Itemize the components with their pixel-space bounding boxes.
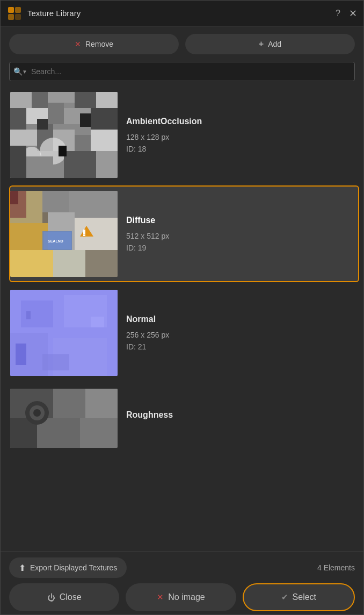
svg-rect-56 xyxy=(42,354,69,370)
export-button[interactable]: ⬆ Export Displayed Textures xyxy=(9,557,127,578)
texture-thumb-normal xyxy=(10,290,118,376)
texture-list: AmbientOcclusion 128 x 128 px ID: 18 xyxy=(1,87,363,552)
texture-id-diffuse: ID: 19 xyxy=(126,244,345,252)
texture-info-normal: Normal 256 x 256 px ID: 21 xyxy=(118,308,354,357)
svg-rect-10 xyxy=(10,108,26,130)
bottom-bar: ⬆ Export Displayed Textures 4 Elements ⏻… xyxy=(1,552,363,614)
svg-rect-34 xyxy=(10,223,48,250)
close-button[interactable]: ⏻ Close xyxy=(9,583,119,611)
texture-name-roughness: Roughness xyxy=(126,410,345,420)
svg-rect-2 xyxy=(8,14,14,20)
svg-rect-7 xyxy=(48,92,75,103)
texture-info-ambient: AmbientOcclusion 128 x 128 px ID: 18 xyxy=(118,110,354,160)
svg-rect-29 xyxy=(59,146,67,156)
texture-dims-ambient: 128 x 128 px xyxy=(126,133,345,141)
texture-thumb-diffuse: SEALND xyxy=(10,191,118,277)
remove-button[interactable]: ✕ Remove xyxy=(9,34,179,54)
noimage-button[interactable]: ✕ No image xyxy=(126,583,236,611)
power-icon: ⏻ xyxy=(47,593,55,602)
svg-rect-26 xyxy=(96,151,118,178)
texture-id-normal: ID: 21 xyxy=(126,342,345,351)
svg-rect-50 xyxy=(21,301,53,327)
add-label: Add xyxy=(268,40,281,48)
checkmark-icon: ✔ xyxy=(281,592,288,602)
texture-name-ambient: AmbientOcclusion xyxy=(126,117,345,126)
bottom-row2: ⏻ Close ✕ No image ✔ Select xyxy=(9,583,355,611)
svg-rect-32 xyxy=(42,191,69,212)
texture-item-diffuse[interactable]: SEALND Diffuse 512 x 512 px ID: 19 xyxy=(9,185,359,282)
svg-rect-19 xyxy=(91,130,118,151)
texture-item-normal[interactable]: Normal 256 x 256 px ID: 21 xyxy=(9,284,359,381)
bottom-row1: ⬆ Export Displayed Textures 4 Elements xyxy=(9,557,355,578)
noimage-icon: ✕ xyxy=(157,592,164,602)
svg-rect-6 xyxy=(32,92,48,108)
svg-rect-54 xyxy=(26,311,31,319)
svg-rect-12 xyxy=(48,103,64,124)
svg-rect-27 xyxy=(37,119,48,130)
svg-rect-36 xyxy=(75,218,118,250)
svg-rect-57 xyxy=(16,344,26,365)
svg-point-67 xyxy=(33,409,41,417)
export-icon: ⬆ xyxy=(19,563,26,573)
texture-dims-diffuse: 512 x 512 px xyxy=(126,232,345,240)
noimage-label: No image xyxy=(168,592,205,602)
svg-rect-3 xyxy=(15,14,21,20)
texture-thumb-ambient xyxy=(10,92,118,178)
svg-rect-39 xyxy=(85,250,118,277)
close-window-button[interactable]: ✕ xyxy=(349,8,357,19)
svg-rect-15 xyxy=(10,130,37,146)
svg-rect-25 xyxy=(64,151,96,178)
toolbar: ✕ Remove + Add xyxy=(1,26,363,60)
help-button[interactable]: ? xyxy=(336,9,340,18)
svg-rect-33 xyxy=(69,191,118,218)
elements-count: 4 Elements xyxy=(317,563,355,572)
texture-item-ambient[interactable]: AmbientOcclusion 128 x 128 px ID: 18 xyxy=(9,87,359,183)
svg-text:SEALND: SEALND xyxy=(48,239,63,243)
svg-rect-9 xyxy=(96,92,118,108)
search-icon: 🔍 xyxy=(13,67,23,76)
app-logo xyxy=(7,6,22,21)
svg-rect-28 xyxy=(80,113,91,127)
remove-icon: ✕ xyxy=(75,40,81,48)
svg-rect-64 xyxy=(80,418,118,448)
texture-id-ambient: ID: 18 xyxy=(126,145,345,153)
svg-rect-18 xyxy=(75,135,91,151)
select-button[interactable]: ✔ Select xyxy=(243,583,355,611)
texture-library-window: Texture Library ? ✕ ✕ Remove + Add 🔍 ▼ xyxy=(0,0,364,615)
add-icon: + xyxy=(259,39,264,49)
window-title: Texture Library xyxy=(27,9,336,18)
svg-rect-55 xyxy=(91,317,104,327)
svg-rect-37 xyxy=(10,250,53,277)
search-bar: 🔍 ▼ xyxy=(9,62,355,81)
texture-dims-normal: 256 x 256 px xyxy=(126,331,345,339)
texture-thumb-roughness xyxy=(10,389,118,448)
close-label: Close xyxy=(60,592,82,602)
svg-rect-24 xyxy=(26,156,53,178)
texture-info-diffuse: Diffuse 512 x 512 px ID: 19 xyxy=(118,209,354,259)
texture-item-roughness[interactable]: Roughness xyxy=(9,383,359,453)
svg-rect-61 xyxy=(85,389,118,418)
search-dropdown-icon: ▼ xyxy=(22,69,27,75)
svg-rect-5 xyxy=(10,92,32,108)
titlebar: Texture Library ? ✕ xyxy=(1,1,363,26)
texture-name-diffuse: Diffuse xyxy=(126,216,345,225)
add-button[interactable]: + Add xyxy=(185,34,355,54)
svg-rect-1 xyxy=(15,7,21,13)
svg-rect-23 xyxy=(10,146,26,178)
svg-rect-45 xyxy=(83,234,85,236)
search-wrapper: 🔍 ▼ xyxy=(9,62,355,81)
remove-label: Remove xyxy=(85,40,113,48)
svg-rect-0 xyxy=(8,7,14,13)
export-label: Export Displayed Textures xyxy=(30,563,117,572)
svg-rect-60 xyxy=(53,389,85,418)
svg-rect-38 xyxy=(53,250,85,277)
search-input[interactable] xyxy=(9,62,355,81)
select-label: Select xyxy=(293,592,316,602)
texture-info-roughness: Roughness xyxy=(118,404,354,433)
svg-rect-47 xyxy=(10,191,18,204)
svg-rect-44 xyxy=(83,230,85,234)
texture-name-normal: Normal xyxy=(126,314,345,324)
